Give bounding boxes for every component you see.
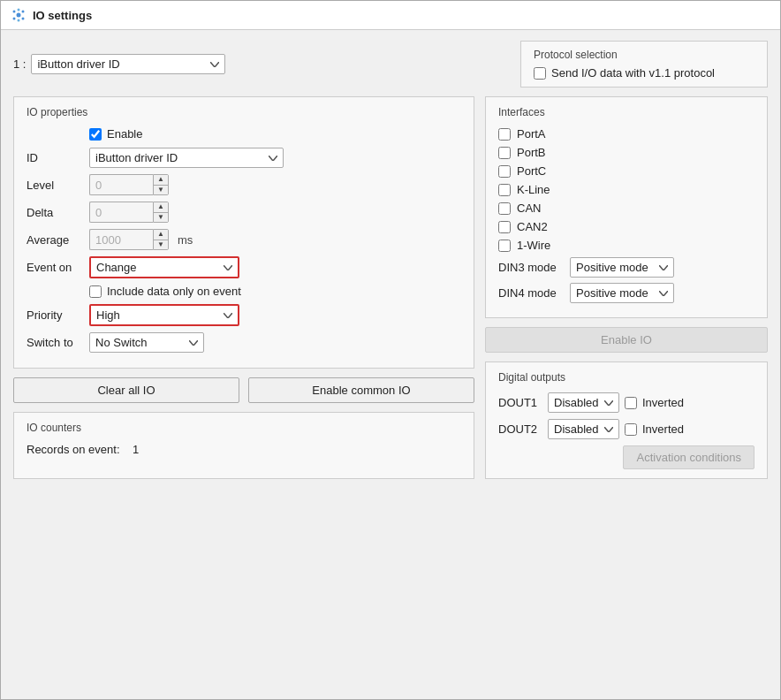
level-label: Level (27, 179, 84, 192)
delta-input[interactable] (89, 202, 153, 223)
include-data-row: Include data only on event (89, 285, 461, 298)
delta-spinner-btns: ▲ ▼ (153, 202, 169, 223)
protocol-box: Protocol selection Send I/O data with v1… (520, 41, 768, 88)
porta-label: PortA (517, 127, 546, 141)
protocol-checkbox[interactable] (534, 67, 546, 80)
porta-row: PortA (498, 127, 754, 141)
delta-spinner: ▲ ▼ (89, 202, 169, 223)
din4-row: DIN4 mode Positive mode Negative mode (498, 283, 754, 303)
kline-row: K-Line (498, 183, 754, 196)
level-row: Level ▲ ▼ (27, 174, 461, 195)
switch-row: Switch to No Switch (27, 332, 461, 353)
records-label: Records on event: (27, 443, 120, 456)
protocol-checkbox-label: Send I/O data with v1.1 protocol (551, 66, 715, 80)
average-down-btn[interactable]: ▼ (154, 240, 168, 250)
level-spinner-btns: ▲ ▼ (153, 174, 169, 195)
din3-label: DIN3 mode (498, 261, 565, 274)
average-input[interactable] (89, 229, 153, 250)
activation-btn-container: Activation conditions (498, 445, 754, 469)
kline-label: K-Line (517, 183, 550, 196)
include-data-label: Include data only on event (107, 285, 241, 298)
din4-label: DIN4 mode (498, 286, 565, 300)
delta-up-btn[interactable]: ▲ (154, 202, 168, 212)
average-row: Average ▲ ▼ ms (27, 229, 461, 250)
enable-common-io-button[interactable]: Enable common IO (248, 377, 474, 403)
svg-point-6 (18, 19, 20, 22)
onewire-row: 1-Wire (498, 239, 754, 252)
can2-label: CAN2 (517, 220, 548, 233)
protocol-row: Send I/O data with v1.1 protocol (534, 66, 754, 80)
level-down-btn[interactable]: ▼ (154, 185, 168, 195)
include-data-checkbox[interactable] (89, 285, 102, 298)
average-spinner: ▲ ▼ (89, 229, 169, 250)
io-counters-title: IO counters (27, 422, 461, 434)
din3-dropdown[interactable]: Positive mode Negative mode (570, 257, 674, 278)
enable-checkbox[interactable] (89, 128, 102, 141)
event-on-dropdown[interactable]: Change On Low On High On Both Monitoring (89, 256, 239, 278)
enable-row: Enable (89, 127, 461, 141)
id-dropdown[interactable]: iButton driver ID (89, 148, 284, 168)
records-on-event: Records on event: 1 (27, 443, 461, 456)
dout2-dropdown[interactable]: Disabled Enabled (548, 419, 619, 439)
kline-checkbox[interactable] (498, 184, 511, 196)
top-id-dropdown[interactable]: iButton driver ID (31, 54, 225, 74)
priority-label: Priority (27, 308, 84, 322)
delta-label: Delta (27, 206, 84, 219)
delta-down-btn[interactable]: ▼ (154, 212, 168, 223)
top-left: 1 : iButton driver ID (13, 54, 225, 74)
dout2-inverted-checkbox[interactable] (625, 423, 637, 436)
porta-checkbox[interactable] (498, 128, 511, 141)
event-on-label: Event on (27, 261, 84, 274)
onewire-checkbox[interactable] (498, 240, 511, 252)
id-row: ID iButton driver ID (27, 148, 461, 168)
digital-outputs-box: Digital outputs DOUT1 Disabled Enabled I… (485, 361, 768, 479)
switch-label: Switch to (27, 336, 84, 349)
average-label: Average (27, 233, 84, 247)
window-title: IO settings (33, 9, 92, 22)
average-up-btn[interactable]: ▲ (154, 230, 168, 240)
can-row: CAN (498, 202, 754, 215)
svg-point-4 (22, 18, 25, 20)
svg-point-3 (22, 11, 25, 13)
portb-checkbox[interactable] (498, 147, 511, 159)
clear-io-button[interactable]: Clear all IO (13, 377, 239, 403)
interfaces-title: Interfaces (498, 106, 754, 118)
portb-label: PortB (517, 146, 546, 159)
title-bar: IO settings (1, 1, 780, 30)
enable-io-button: Enable IO (485, 327, 768, 353)
right-panel: Interfaces PortA PortB PortC (485, 96, 768, 479)
onewire-label: 1-Wire (517, 239, 550, 252)
dout2-inverted-label: Inverted (642, 422, 684, 436)
dout2-label: DOUT2 (498, 422, 542, 436)
io-properties-title: IO properties (27, 106, 461, 118)
din4-dropdown[interactable]: Positive mode Negative mode (570, 283, 674, 303)
left-panel: IO properties Enable ID iButton driver I… (13, 96, 474, 479)
records-value: 1 (133, 443, 139, 456)
event-on-row: Event on Change On Low On High On Both M… (27, 256, 461, 278)
svg-point-2 (13, 18, 16, 20)
activation-conditions-button[interactable]: Activation conditions (623, 445, 754, 469)
interfaces-box: Interfaces PortA PortB PortC (485, 96, 768, 318)
dout1-inverted-checkbox[interactable] (625, 397, 637, 409)
dout2-row: DOUT2 Disabled Enabled Inverted (498, 419, 754, 439)
level-input[interactable] (89, 174, 153, 195)
protocol-title: Protocol selection (534, 49, 754, 61)
level-up-btn[interactable]: ▲ (154, 175, 168, 185)
delta-row: Delta ▲ ▼ (27, 202, 461, 223)
svg-point-5 (18, 9, 20, 11)
can-checkbox[interactable] (498, 202, 511, 215)
portc-checkbox[interactable] (498, 165, 511, 178)
priority-dropdown[interactable]: High Low Panic (89, 304, 239, 326)
can-label: CAN (517, 202, 541, 215)
din3-row: DIN3 mode Positive mode Negative mode (498, 257, 754, 278)
action-buttons-row: Clear all IO Enable common IO (13, 377, 474, 403)
portb-row: PortB (498, 146, 754, 159)
columns-row: IO properties Enable ID iButton driver I… (13, 96, 768, 479)
dout1-dropdown[interactable]: Disabled Enabled (548, 392, 619, 413)
switch-dropdown[interactable]: No Switch (89, 332, 204, 353)
svg-point-0 (17, 13, 21, 18)
can2-checkbox[interactable] (498, 221, 511, 233)
digital-outputs-title: Digital outputs (498, 371, 754, 384)
average-spinner-btns: ▲ ▼ (153, 229, 169, 250)
can2-row: CAN2 (498, 220, 754, 233)
